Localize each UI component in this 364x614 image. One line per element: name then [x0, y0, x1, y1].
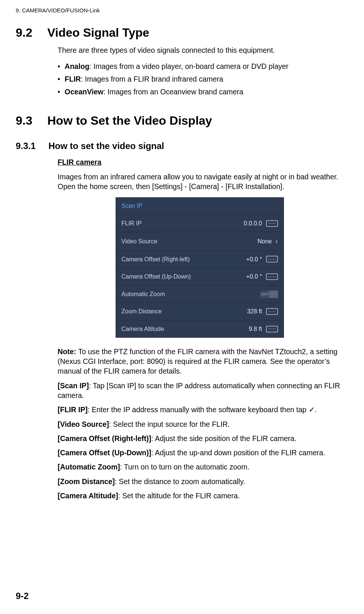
setting-label: Camera Altitude	[122, 325, 164, 333]
def-desc: : Turn on to turn on the automatic zoom.	[120, 463, 250, 471]
def-term: [Zoom Distance]	[58, 477, 115, 486]
running-header: 9. CAMERA/VIDEO/FUSION-Link	[16, 7, 342, 14]
def-flir-ip: [FLIR IP]: Enter the IP address manually…	[58, 405, 342, 414]
term-rest: : Images from a video player, on-board c…	[89, 62, 288, 70]
page-number: 9-2	[16, 590, 29, 602]
flir-camera-heading: FLIR camera	[58, 157, 342, 167]
setting-value: 328 ft	[247, 307, 262, 316]
setting-label: Camera Offset (Up-Down)	[122, 273, 191, 281]
def-desc: : Set the altitude for the FLIR camera.	[118, 492, 240, 500]
list-item: OceanView: Images from an Oceanview bran…	[58, 87, 342, 97]
def-term: [Camera Altitude]	[58, 492, 118, 500]
list-item: Analog: Images from a video player, on-b…	[58, 61, 342, 71]
flir-camera-para: Images from an infrared camera allow you…	[58, 172, 342, 192]
keypad-icon[interactable]	[266, 220, 278, 227]
def-desc: : Set the distance to zoom automatically…	[115, 477, 245, 486]
keypad-icon[interactable]	[266, 308, 278, 315]
keypad-icon[interactable]	[266, 256, 278, 262]
def-term: [Automatic Zoom]	[58, 463, 120, 471]
toggle-label: OFF	[261, 292, 269, 297]
def-term: [Camera Offset (Right-left)]	[58, 434, 151, 443]
setting-camera-offset-rl[interactable]: Camera Offset (Right-left) +0.0 °	[116, 251, 284, 268]
setting-scan-ip[interactable]: Scan IP	[116, 197, 284, 215]
chevron-right-icon: ›	[276, 237, 278, 246]
def-desc: : Tap [Scan IP] to scan the IP address a…	[58, 382, 340, 399]
setting-value: 9.8 ft	[249, 325, 262, 333]
setting-label: FLIR IP	[122, 219, 142, 228]
def-term: [Camera Offset (Up-Down)]	[58, 449, 151, 457]
setting-label: Zoom Distance	[122, 307, 162, 316]
def-offset-rl: [Camera Offset (Right-left)]: Adjust the…	[58, 434, 342, 443]
def-zoom-dist: [Zoom Distance]: Set the distance to zoo…	[58, 477, 342, 486]
setting-value: None	[257, 237, 272, 246]
note-text: To use the PTZ function of the FLIR came…	[58, 347, 337, 376]
subsection-number: 9.3.1	[16, 140, 36, 152]
setting-video-source[interactable]: Video Source None ›	[116, 232, 284, 250]
subsection-title: How to set the video signal	[48, 140, 164, 152]
note-label: Note:	[58, 347, 76, 356]
setting-zoom-distance[interactable]: Zoom Distance 328 ft	[116, 303, 284, 320]
flir-installation-panel: Scan IP FLIR IP 0.0.0.0 Video Source Non…	[116, 197, 284, 337]
signal-type-list: Analog: Images from a video player, on-b…	[58, 61, 342, 97]
setting-label: Automatic Zoom	[122, 290, 165, 298]
section-9-3-heading: 9.3 How to Set the Video Display	[16, 113, 342, 129]
toggle-knob	[269, 291, 278, 298]
def-video-source: [Video Source]: Select the input source …	[58, 419, 342, 429]
setting-flir-ip[interactable]: FLIR IP 0.0.0.0	[116, 215, 284, 232]
setting-value: 0.0.0.0	[244, 219, 262, 228]
def-auto-zoom: [Automatic Zoom]: Turn on to turn on the…	[58, 462, 342, 472]
term: OceanView	[65, 88, 104, 96]
section-title: How to Set the Video Display	[47, 113, 212, 129]
def-term: [FLIR IP]	[58, 405, 88, 414]
setting-label: Scan IP	[122, 202, 143, 210]
def-term: [Video Source]	[58, 420, 109, 428]
list-item: FLIR: Images from a FLIR brand infrared …	[58, 74, 342, 84]
toggle-off[interactable]: OFF	[260, 291, 278, 298]
setting-label: Camera Offset (Right-left)	[122, 255, 190, 264]
setting-value: +0.0 °	[246, 273, 262, 281]
keypad-icon[interactable]	[266, 273, 278, 280]
term-rest: : Images from a FLIR brand infrared came…	[81, 75, 223, 83]
setting-label: Video Source	[122, 237, 157, 246]
keypad-icon[interactable]	[266, 326, 278, 332]
note-para: Note: To use the PTZ function of the FLI…	[58, 347, 342, 376]
section-9-2-heading: 9.2 Video Signal Type	[16, 25, 342, 41]
def-desc: : Adjust the side position of the FLIR c…	[151, 434, 296, 443]
term-rest: : Images from an Oceanview brand camera	[104, 88, 244, 96]
section-number: 9.2	[16, 25, 32, 41]
def-desc: : Enter the IP address manually with the…	[88, 405, 317, 414]
setting-camera-altitude[interactable]: Camera Altitude 9.8 ft	[116, 320, 284, 338]
setting-automatic-zoom[interactable]: Automatic Zoom OFF	[116, 286, 284, 303]
def-desc: : Adjust the up-and down position of the…	[151, 449, 325, 457]
setting-value: +0.0 °	[246, 255, 262, 264]
def-cam-alt: [Camera Altitude]: Set the altitude for …	[58, 491, 342, 501]
term: FLIR	[65, 75, 81, 83]
section-number: 9.3	[16, 113, 32, 129]
section-9-2-intro: There are three types of video signals c…	[58, 45, 342, 55]
setting-camera-offset-ud[interactable]: Camera Offset (Up-Down) +0.0 °	[116, 268, 284, 286]
def-term: [Scan IP]	[58, 382, 89, 390]
term: Analog	[65, 62, 89, 70]
def-scan-ip: [Scan IP]: Tap [Scan IP] to scan the IP …	[58, 381, 342, 401]
def-desc: : Select the input source for the FLIR.	[109, 420, 230, 428]
section-title: Video Signal Type	[47, 25, 149, 41]
def-offset-ud: [Camera Offset (Up-Down)]: Adjust the up…	[58, 448, 342, 458]
section-9-3-1-heading: 9.3.1 How to set the video signal	[16, 140, 342, 152]
